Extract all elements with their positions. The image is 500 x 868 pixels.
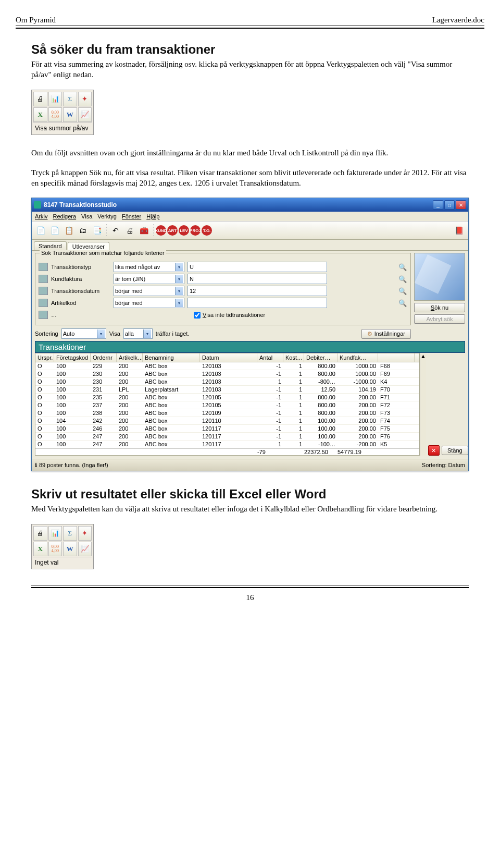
print-icon[interactable]: 🖨 xyxy=(33,526,47,541)
menu-verktyg[interactable]: Verktyg xyxy=(97,213,117,219)
number-format-icon[interactable]: 0,004,00 xyxy=(48,107,63,122)
round-proj-icon[interactable]: PROJ xyxy=(190,225,201,236)
criteria-operator-combo[interactable]: är tom (J/N) ▾ xyxy=(114,274,184,284)
col-ordernr[interactable]: Ordernr xyxy=(91,353,117,362)
visa-combo[interactable]: alla ▾ xyxy=(123,328,153,339)
list-icon[interactable]: 📑 xyxy=(90,224,104,237)
table-row[interactable]: O100230200ABC box12010311-800…-1000.00K4 xyxy=(35,378,419,386)
menu-visa[interactable]: Visa xyxy=(81,213,92,219)
avbryt-sok-button: Avbryt sök xyxy=(414,314,465,324)
word-icon[interactable]: W xyxy=(63,107,77,122)
maximize-button[interactable]: □ xyxy=(444,200,455,210)
table-row[interactable]: O100246200ABC box120117-11100.00200.00F7… xyxy=(35,425,419,433)
criteria-operator-combo[interactable]: lika med något av ▾ xyxy=(114,262,184,272)
sum-cell xyxy=(378,449,415,455)
sort-combo[interactable]: Auto ▾ xyxy=(61,328,106,339)
round-lev-icon[interactable]: LEV xyxy=(179,225,189,236)
table-cell: 120109 xyxy=(200,409,257,417)
table-cell: 100 xyxy=(54,409,91,417)
table-row[interactable]: O100237200ABC box120105-11800.00200.00F7… xyxy=(35,401,419,409)
table-cell: 200 xyxy=(117,409,143,417)
col-foretagskod[interactable]: Företagskod xyxy=(54,353,91,362)
chart-icon[interactable]: 📊 xyxy=(48,526,63,541)
table-row[interactable]: O100235200ABC box120105-11800.00200.00F7… xyxy=(35,394,419,401)
table-cell: LPL xyxy=(117,386,143,393)
chart-add-icon[interactable]: 📈 xyxy=(78,107,92,122)
col-artikelk[interactable]: Artikelk… xyxy=(117,353,143,362)
search-icon[interactable]: 🔍 xyxy=(398,298,407,308)
round-to-icon[interactable]: T.O. xyxy=(202,225,212,236)
titlebar[interactable]: 8147 Transaktionsstudio _ □ ✕ xyxy=(32,198,468,212)
chart-icon[interactable]: 📊 xyxy=(48,92,63,106)
criteria-operator-combo[interactable]: börjar med ▾ xyxy=(114,298,184,308)
table-row[interactable]: O100231LPLLagerplatsart120103-1112.50104… xyxy=(35,386,419,394)
table-row[interactable]: O100230200ABC box120103-11800.001000.00F… xyxy=(35,370,419,378)
excel-icon[interactable]: X xyxy=(33,107,47,122)
table-cell: 1 xyxy=(283,401,304,409)
sum-cell xyxy=(54,449,91,455)
table-cell: ABC box xyxy=(143,370,200,377)
search-icon[interactable]: 🔍 xyxy=(398,262,407,272)
search-icon[interactable]: 🔍 xyxy=(398,274,407,284)
sparkle-icon[interactable]: ✦ xyxy=(78,526,92,541)
criteria-value-input[interactable]: U xyxy=(188,262,327,272)
table-cell: 1 xyxy=(257,441,283,448)
table-row[interactable]: O100247200ABC box120117-11100.00200.00F7… xyxy=(35,433,419,441)
criteria-operator-combo[interactable]: börjar med ▾ xyxy=(114,286,184,296)
criteria-value-input[interactable]: 12 xyxy=(188,286,327,296)
round-kund-icon[interactable]: KUND xyxy=(156,225,166,236)
col-benamning[interactable]: Benämning xyxy=(143,353,200,362)
table-cell: -800… xyxy=(304,378,338,385)
close-x-icon[interactable]: ✕ xyxy=(428,445,440,456)
hide-time-checkbox[interactable] xyxy=(194,312,201,319)
col-kost[interactable]: Kost… xyxy=(283,353,304,362)
paragraph-3: Tryck på knappen Sök nu, för att visa re… xyxy=(31,167,469,189)
menu-arkiv-label: Arkiv xyxy=(35,213,47,219)
criteria-value-input[interactable] xyxy=(188,298,327,308)
word-icon[interactable]: W xyxy=(63,542,77,556)
new-doc2-icon[interactable]: 📄 xyxy=(48,224,61,237)
menu-redigera[interactable]: Redigera xyxy=(53,213,76,219)
col-kundfak[interactable]: Kundfak… xyxy=(338,353,378,362)
criteria-more-label[interactable]: … xyxy=(51,312,114,318)
stang-button[interactable]: Stäng xyxy=(442,446,468,455)
criteria-value-input[interactable]: N xyxy=(188,274,327,284)
sok-nu-button[interactable]: SSök nuök nu xyxy=(414,303,465,312)
table-cell: 800.00 xyxy=(304,409,338,417)
undo-icon[interactable]: ↶ xyxy=(109,224,122,237)
tools-icon[interactable]: 🧰 xyxy=(137,224,151,237)
grid-sum-row: -7922372.5054779.19 xyxy=(35,448,419,455)
card-icon[interactable]: 🗂 xyxy=(76,224,90,237)
close-button[interactable]: ✕ xyxy=(456,200,466,210)
sigma-icon[interactable]: Σ xyxy=(63,92,77,106)
print-icon[interactable]: 🖨 xyxy=(33,92,47,106)
table-cell: O xyxy=(35,394,54,401)
col-urspr[interactable]: Urspr. xyxy=(35,353,54,362)
sigma-icon[interactable]: Σ xyxy=(63,526,77,541)
col-datum[interactable]: Datum xyxy=(200,353,257,362)
col-debiter[interactable]: Debiter… xyxy=(304,353,338,362)
table-row[interactable]: O104242200ABC box120110-11100.00200.00F7… xyxy=(35,417,419,425)
chart-add-icon[interactable]: 📈 xyxy=(78,542,92,556)
table-row[interactable]: O100229200ABC box120103-11800.001000.00F… xyxy=(35,362,419,370)
table-row[interactable]: O100247200ABC box12011711-100…-200.00K5 xyxy=(35,441,419,448)
round-art-icon[interactable]: ART xyxy=(167,225,178,236)
settings-button[interactable]: ⚙ Inställningar xyxy=(361,329,411,339)
sparkle-icon[interactable]: ✦ xyxy=(78,92,92,106)
menu-arkiv[interactable]: Arkiv xyxy=(35,213,47,219)
print-tb-icon[interactable]: 🖨 xyxy=(123,224,136,237)
tab-standard[interactable]: Standard xyxy=(34,241,67,250)
excel-icon[interactable]: X xyxy=(33,542,47,556)
search-icon[interactable]: 🔍 xyxy=(398,286,407,296)
col-extra[interactable] xyxy=(378,353,415,362)
form-icon[interactable]: 📋 xyxy=(62,224,76,237)
menu-fonster[interactable]: Fönster xyxy=(122,213,141,219)
minimize-button[interactable]: _ xyxy=(433,200,443,210)
scrollbar-vertical[interactable]: ▲ xyxy=(420,353,426,456)
new-doc-icon[interactable]: 📄 xyxy=(34,224,47,237)
number-format-icon[interactable]: 0,004,00 xyxy=(48,542,63,556)
col-antal[interactable]: Antal xyxy=(257,353,283,362)
menu-hjalp[interactable]: Hjälp xyxy=(146,213,159,219)
table-row[interactable]: O100238200ABC box120109-11800.00200.00F7… xyxy=(35,409,419,417)
book-icon[interactable]: 📕 xyxy=(452,224,466,237)
